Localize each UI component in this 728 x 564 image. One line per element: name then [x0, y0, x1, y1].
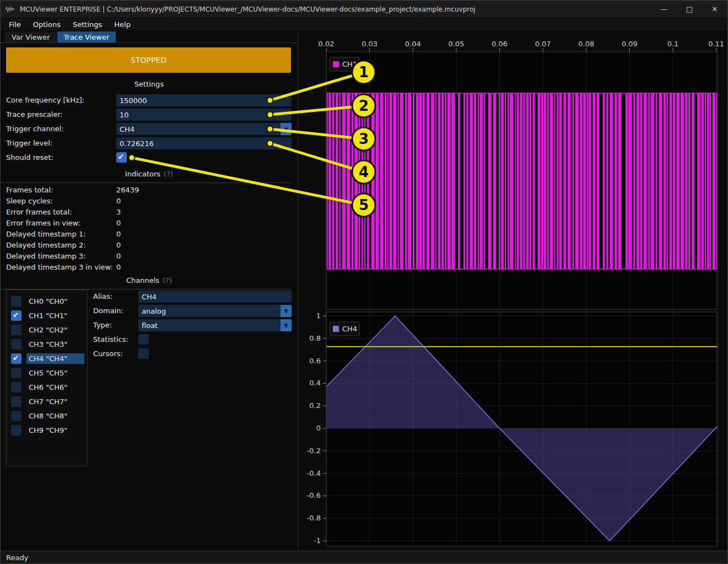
indicator-label: Sleep cycles:: [6, 196, 53, 207]
indicator-label: Frames total:: [6, 185, 53, 196]
channel-checkbox[interactable]: ✔: [11, 425, 21, 436]
should-reset-checkbox[interactable]: ✔: [116, 152, 127, 163]
channel-checkbox[interactable]: ✔: [11, 396, 21, 407]
close-button[interactable]: ✕: [702, 1, 727, 18]
menu-file[interactable]: File: [3, 20, 27, 29]
menu-help[interactable]: Help: [108, 20, 137, 29]
cursors-checkbox[interactable]: ✔: [138, 348, 149, 359]
minimize-button[interactable]: —: [651, 1, 677, 18]
maximize-button[interactable]: □: [677, 1, 702, 18]
window-controls: — □ ✕: [651, 1, 727, 18]
channel-checkbox[interactable]: ✔: [11, 339, 21, 350]
acquisition-state-button[interactable]: STOPPED: [6, 47, 291, 73]
channel-list: ✔ CH0 "CH0" ✔ CH1 "CH1" ✔ CH2 "CH2" ✔ CH…: [6, 289, 88, 466]
svg-text:0.09: 0.09: [622, 40, 638, 48]
trace-plots[interactable]: 0.020.030.040.050.060.070.080.090.10.111…: [298, 31, 728, 552]
channel-checkbox[interactable]: ✔: [11, 325, 21, 335]
channel-checkbox[interactable]: ✔: [11, 310, 21, 321]
chevron-down-icon[interactable]: ▼: [281, 305, 292, 317]
channel-row[interactable]: ✔ CH1 "CH1": [7, 308, 87, 323]
indicator-value: 0: [116, 262, 121, 273]
indicator-label: Delayed timestamp 2:: [6, 240, 86, 251]
channel-row[interactable]: ✔ CH2 "CH2": [7, 323, 87, 337]
svg-text:0.11: 0.11: [708, 40, 724, 48]
checkmark-icon: ✔: [13, 311, 19, 319]
svg-text:0.04: 0.04: [405, 40, 421, 48]
domain-select[interactable]: analog ▼: [138, 305, 292, 317]
indicator-value: 3: [116, 207, 121, 218]
svg-text:-1: -1: [314, 536, 321, 545]
alias-label: Alias:: [93, 291, 112, 303]
trigger-level-input[interactable]: [116, 137, 292, 149]
app-window: MCUViewer ENTERPRISE | C:/Users/klonyyy/…: [0, 0, 728, 564]
channel-row[interactable]: ✔ CH4 "CH4": [7, 351, 87, 366]
trigger-channel-select[interactable]: CH4 ▼: [116, 123, 292, 135]
indicator-value: 0: [116, 196, 121, 207]
menu-settings[interactable]: Settings: [67, 20, 108, 29]
settings-header: Settings: [1, 80, 298, 91]
svg-text:0.2: 0.2: [309, 401, 321, 410]
channel-checkbox[interactable]: ✔: [11, 368, 21, 378]
statistics-checkbox[interactable]: ✔: [138, 334, 149, 345]
channel-checkbox[interactable]: ✔: [11, 411, 21, 421]
menubar: File Options Settings Help: [1, 18, 727, 31]
status-text: Ready: [6, 554, 28, 562]
plot-panel: 0.020.030.040.050.060.070.080.090.10.111…: [298, 31, 727, 552]
channel-checkbox[interactable]: ✔: [11, 296, 21, 307]
core-frequency-input[interactable]: [116, 94, 292, 106]
titlebar: MCUViewer ENTERPRISE | C:/Users/klonyyy/…: [1, 1, 727, 18]
chevron-down-icon[interactable]: ▼: [281, 319, 292, 331]
svg-text:-0.8: -0.8: [307, 514, 321, 522]
channel-row[interactable]: ✔ CH9 "CH9": [7, 423, 87, 437]
indicator-value: 0: [116, 240, 121, 251]
indicators-header: Indicators(?): [1, 170, 298, 181]
channel-row[interactable]: ✔ CH3 "CH3": [7, 337, 87, 351]
svg-text:0.4: 0.4: [309, 379, 321, 387]
channel-row[interactable]: ✔ CH8 "CH8": [7, 409, 87, 423]
channel-checkbox[interactable]: ✔: [11, 353, 21, 364]
channels-header: Channels(?): [1, 276, 298, 287]
indicator-label: Error frames in view:: [6, 218, 80, 229]
channel-row[interactable]: ✔ CH6 "CH6": [7, 380, 87, 394]
trigger-level-label: Trigger level:: [6, 137, 52, 149]
channel-row[interactable]: ✔ CH0 "CH0": [7, 294, 87, 308]
should-reset-label: Should reset:: [6, 152, 53, 164]
channel-checkbox[interactable]: ✔: [11, 382, 21, 393]
svg-text:0.02: 0.02: [319, 40, 335, 48]
type-label: Type:: [93, 319, 112, 331]
svg-text:CH1: CH1: [342, 60, 357, 68]
help-icon: (?): [164, 170, 173, 178]
trace-prescaler-input[interactable]: [116, 109, 292, 121]
channel-row[interactable]: ✔ CH7 "CH7": [7, 394, 87, 409]
divider: [1, 182, 292, 183]
checkmark-icon: ✔: [13, 354, 19, 362]
svg-text:0.05: 0.05: [448, 40, 464, 48]
alias-input[interactable]: [138, 291, 292, 303]
chevron-down-icon[interactable]: ▼: [281, 123, 292, 135]
tab-trace-viewer[interactable]: Trace Viewer: [57, 31, 116, 42]
core-frequency-label: Core frequency [kHz]:: [6, 94, 84, 106]
indicator-value: 0: [116, 251, 121, 262]
svg-text:0: 0: [316, 424, 321, 432]
channel-row[interactable]: ✔ CH5 "CH5": [7, 366, 87, 380]
trace-prescaler-label: Trace prescaler:: [6, 109, 63, 121]
svg-text:0.8: 0.8: [309, 334, 321, 342]
svg-text:0.08: 0.08: [578, 40, 594, 48]
menu-options[interactable]: Options: [27, 20, 67, 29]
indicator-label: Delayed timestamp 3:: [6, 251, 86, 262]
indicator-label: Error frames total:: [6, 207, 72, 218]
tabbar: Var Viewer Trace Viewer: [1, 31, 298, 43]
tab-var-viewer[interactable]: Var Viewer: [5, 31, 57, 42]
indicator-value: 26439: [116, 185, 139, 196]
svg-text:0.06: 0.06: [492, 40, 508, 48]
window-title: MCUViewer ENTERPRISE | C:/Users/klonyyy/…: [20, 6, 476, 13]
help-icon: (?): [163, 276, 172, 284]
svg-text:-0.2: -0.2: [307, 447, 321, 455]
svg-text:0.6: 0.6: [309, 357, 321, 365]
trigger-channel-label: Trigger channel:: [6, 123, 64, 135]
indicator-label: Delayed timestamp 1:: [6, 229, 86, 240]
checkmark-icon: ✔: [118, 153, 124, 161]
indicator-value: 0: [116, 218, 121, 229]
type-select[interactable]: float ▼: [138, 319, 292, 331]
indicator-value: 0: [116, 229, 121, 240]
